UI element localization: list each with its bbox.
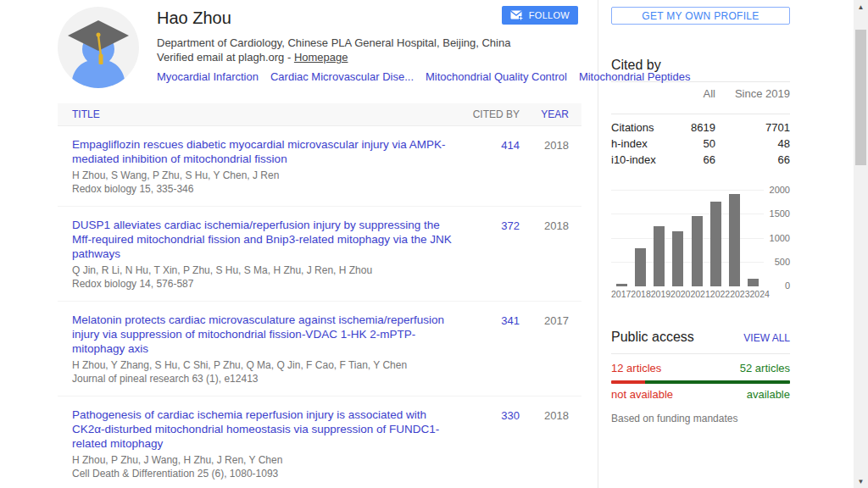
avatar[interactable] xyxy=(58,7,139,88)
envelope-plus-icon xyxy=(510,10,523,20)
cited-by-count-link[interactable]: 341 xyxy=(501,314,520,327)
chart-bar[interactable] xyxy=(748,279,759,286)
publication-title-link[interactable]: Empagliflozin rescues diabetic myocardia… xyxy=(72,137,460,166)
available-count: 52 articles xyxy=(740,362,790,374)
cited-by-column-headers: All Since 2019 xyxy=(611,82,790,105)
chart-bars xyxy=(611,191,764,286)
x-tick-label: 2019 xyxy=(651,289,670,299)
interest-link[interactable]: Mitochondrial Peptides xyxy=(579,70,691,83)
publication-title-link[interactable]: DUSP1 alleviates cardiac ischemia/reperf… xyxy=(72,218,460,261)
profile-verified-line: Verified email at plagh.org - Homepage xyxy=(157,50,521,64)
publication-authors: H Zhou, S Wang, P Zhu, S Hu, Y Chen, J R… xyxy=(72,169,460,182)
cited-by-row: Citations86197701 xyxy=(611,119,790,136)
x-tick-label: 2024 xyxy=(750,289,770,299)
publication-row: Melatonin protects cardiac microvasculat… xyxy=(58,302,581,396)
x-tick-label: 2021 xyxy=(690,289,709,299)
follow-button[interactable]: FOLLOW xyxy=(502,6,578,25)
stat-since-value: 66 xyxy=(715,153,790,166)
publication-venue: Redox biology 14, 576-587 xyxy=(72,278,460,291)
chart-bar[interactable] xyxy=(710,202,721,286)
x-tick-label: 2017 xyxy=(611,289,631,299)
sort-by-cited: CITED BY xyxy=(460,108,520,120)
chart-bar[interactable] xyxy=(672,231,683,286)
y-tick-label: 1500 xyxy=(770,208,790,219)
interest-links: Myocardial InfarctionCardiac Microvascul… xyxy=(157,69,521,85)
scrollbar-thumb[interactable] xyxy=(855,30,866,165)
publication-row: Empagliflozin rescues diabetic myocardia… xyxy=(58,126,581,207)
not-available-count: 12 articles xyxy=(611,362,740,374)
scholar-profile-page: Hao Zhou Department of Cardiology, Chine… xyxy=(0,0,868,488)
available-label: available xyxy=(747,388,790,401)
stat-label: i10-index xyxy=(611,153,665,166)
interest-link[interactable]: Mitochondrial Quality Control xyxy=(426,70,567,83)
scroll-up-arrow[interactable]: ▲ xyxy=(854,0,868,14)
x-tick-label: 2023 xyxy=(730,289,749,299)
available-segment xyxy=(645,380,790,384)
view-all-link[interactable]: VIEW ALL xyxy=(743,332,790,344)
publication-authors: H Zhou, P Zhu, J Wang, H Zhu, J Ren, Y C… xyxy=(72,454,460,467)
homepage-link[interactable]: Homepage xyxy=(294,51,348,64)
chart-bar[interactable] xyxy=(654,226,665,286)
follow-button-label: FOLLOW xyxy=(529,10,570,20)
citations-chart: 0500100015002000 20172018201920202021202… xyxy=(611,188,790,297)
sort-by-year[interactable]: YEAR xyxy=(520,108,581,120)
col-all: All xyxy=(665,87,715,100)
publication-year: 2018 xyxy=(544,219,569,232)
public-access-title: Public access xyxy=(611,330,743,345)
stat-all-value: 50 xyxy=(665,137,715,150)
get-my-own-profile-button[interactable]: GET MY OWN PROFILE xyxy=(611,7,790,25)
chart-y-axis: 0500100015002000 xyxy=(766,191,790,286)
publication-year: 2018 xyxy=(544,139,569,152)
profile-affiliation: Department of Cardiology, Chinese PLA Ge… xyxy=(157,36,521,50)
profile-name: Hao Zhou xyxy=(157,8,521,28)
cited-by-row: h-index5048 xyxy=(611,136,790,152)
col-since-2019: Since 2019 xyxy=(715,87,790,100)
sort-by-title[interactable]: TITLE xyxy=(58,108,460,120)
interest-link[interactable]: Myocardial Infarction xyxy=(157,70,259,83)
chart-bar[interactable] xyxy=(635,248,646,286)
publication-authors: Q Jin, R Li, N Hu, T Xin, P Zhu, S Hu, S… xyxy=(72,264,460,277)
publication-venue: Redox biology 15, 335-346 xyxy=(72,183,460,196)
stat-since-value: 48 xyxy=(715,137,790,150)
publication-title-link[interactable]: Melatonin protects cardiac microvasculat… xyxy=(72,313,460,356)
publications-list: Empagliflozin rescues diabetic myocardia… xyxy=(58,126,581,488)
chart-bar[interactable] xyxy=(616,284,627,286)
stat-all-value: 8619 xyxy=(665,121,715,134)
publications-table: TITLE CITED BY YEAR Empagliflozin rescue… xyxy=(58,103,581,488)
stat-since-value: 7701 xyxy=(715,121,790,134)
publication-title-link[interactable]: Pathogenesis of cardiac ischemia reperfu… xyxy=(72,408,460,451)
stat-label: h-index xyxy=(611,137,665,150)
not-available-segment xyxy=(611,380,645,384)
stat-all-value: 66 xyxy=(665,153,715,166)
publication-year: 2018 xyxy=(544,409,569,422)
publication-authors: H Zhou, Y Zhang, S Hu, C Shi, P Zhu, Q M… xyxy=(72,359,460,372)
chart-bar[interactable] xyxy=(692,216,703,286)
divider xyxy=(611,353,790,354)
publication-year: 2017 xyxy=(544,314,569,327)
vertical-scrollbar[interactable]: ▲ ▼ xyxy=(854,0,868,488)
y-tick-label: 500 xyxy=(775,257,790,267)
cited-by-row: i10-index6666 xyxy=(611,152,790,168)
publication-venue: Cell Death & Differentiation 25 (6), 108… xyxy=(72,468,460,480)
cited-by-count-link[interactable]: 330 xyxy=(501,409,520,422)
verified-email-text: Verified email at plagh.org - xyxy=(157,51,294,64)
interest-link[interactable]: Cardiac Microvascular Dise... xyxy=(270,70,414,83)
publications-table-header: TITLE CITED BY YEAR xyxy=(58,103,581,126)
x-tick-label: 2022 xyxy=(710,289,730,299)
y-tick-label: 1000 xyxy=(770,233,790,243)
cited-by-count-link[interactable]: 372 xyxy=(501,219,520,232)
divider xyxy=(611,114,790,114)
profile-header: Hao Zhou Department of Cardiology, Chine… xyxy=(58,7,581,88)
y-tick-label: 0 xyxy=(785,280,790,291)
publication-row: DUSP1 alleviates cardiac ischemia/reperf… xyxy=(58,207,581,302)
publication-venue: Journal of pineal research 63 (1), e1241… xyxy=(72,373,460,385)
y-tick-label: 2000 xyxy=(770,185,790,195)
not-available-label: not available xyxy=(611,388,747,401)
scroll-down-arrow[interactable]: ▼ xyxy=(854,474,868,488)
main-column: Hao Zhou Department of Cardiology, Chine… xyxy=(58,0,581,488)
cited-by-stats: Citations86197701h-index5048i10-index666… xyxy=(611,119,790,168)
chart-bar[interactable] xyxy=(729,194,740,286)
funding-mandates-note: Based on funding mandates xyxy=(611,413,790,424)
x-tick-label: 2018 xyxy=(631,289,650,299)
cited-by-count-link[interactable]: 414 xyxy=(501,139,520,152)
